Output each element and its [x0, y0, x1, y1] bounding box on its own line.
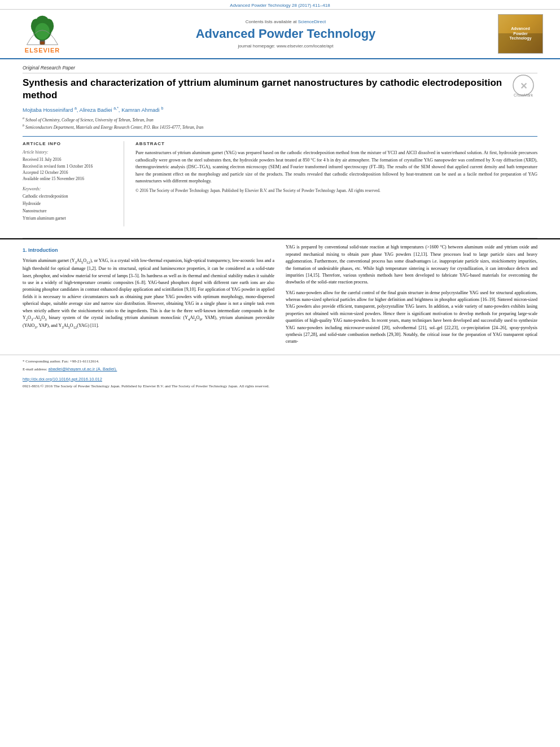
intro-para-3: YAG nano-powders allow for the careful c… — [286, 290, 537, 346]
svg-text:CrossMark: CrossMark — [514, 93, 533, 97]
affiliation-1: a School of Chemistry, College of Scienc… — [23, 116, 537, 123]
keyword-2: Hydroxide — [23, 200, 117, 208]
elsevier-logo-area: ELSEVIER — [11, 15, 73, 54]
accepted-date: Accepted 12 October 2016 — [23, 169, 117, 176]
journal-title-area: Contents lists available at ScienceDirec… — [73, 19, 498, 49]
abstract-panel: ABSTRACT Pure nanostructures of yttrium … — [135, 141, 537, 226]
author-email-link[interactable]: abadiei@khayam.ut.ac.ir (A. Badiei). — [49, 366, 117, 372]
author-2: Alireza Badiei a,*, — [80, 107, 122, 113]
footer-copyright: 0921-8831/© 2016 The Society of Powder T… — [23, 384, 537, 388]
keywords-label: Keywords: — [23, 186, 117, 191]
authors-line: Mojtaba Hosseinifard a, Alireza Badiei a… — [23, 106, 537, 113]
abstract-copyright: © 2016 The Society of Powder Technology … — [135, 188, 537, 194]
keyword-3: Nanostructure — [23, 208, 117, 215]
keyword-1: Cathodic electrodeposition — [23, 193, 117, 200]
journal-cover: AdvancedPowderTechnology — [498, 14, 543, 54]
abstract-text: Pure nanostructures of yttrium aluminum … — [135, 150, 537, 185]
affiliation-2: b Semiconductors Department, Materials a… — [23, 123, 537, 130]
cover-title: AdvancedPowderTechnology — [510, 27, 532, 41]
elsevier-tree-icon — [20, 15, 65, 46]
keywords-section: Keywords: Cathodic electrodeposition Hyd… — [23, 186, 117, 222]
article-info-panel: ARTICLE INFO Article history: Received 3… — [23, 141, 124, 226]
author-1: Mojtaba Hosseinifard a, — [23, 107, 80, 113]
intro-heading: 1. Introduction — [23, 247, 274, 255]
body-content: 1. Introduction Yttrium aluminum garnet … — [0, 238, 560, 348]
article-info-title: ARTICLE INFO — [23, 141, 117, 146]
info-abstract-area: ARTICLE INFO Article history: Received 3… — [23, 136, 537, 226]
corresponding-author-note: * Corresponding author. Fax: +98-21-6111… — [23, 359, 537, 365]
email-note: E-mail address: abadiei@khayam.ut.ac.ir … — [23, 366, 537, 373]
available-date: Available online 15 November 2016 — [23, 176, 117, 182]
elsevier-label: ELSEVIER — [25, 47, 60, 54]
abstract-title: ABSTRACT — [135, 141, 537, 146]
top-bar: Advanced Powder Technology 28 (2017) 411… — [0, 0, 560, 10]
footer: * Corresponding author. Fax: +98-21-6111… — [0, 355, 560, 388]
body-left-column: 1. Introduction Yttrium aluminum garnet … — [23, 244, 274, 348]
page: Advanced Powder Technology 28 (2017) 411… — [0, 0, 560, 747]
svg-rect-6 — [40, 41, 44, 45]
article-content: Original Research Paper Synthesis and ch… — [0, 59, 560, 238]
affiliations: a School of Chemistry, College of Scienc… — [23, 116, 537, 130]
svg-point-5 — [35, 23, 50, 39]
sciencedirect-link[interactable]: ScienceDirect — [298, 19, 326, 24]
crossmark-area: ✕ CrossMark — [509, 74, 537, 101]
crossmark-icon: ✕ CrossMark — [509, 74, 537, 99]
article-title-area: Synthesis and characterization of yttriu… — [23, 77, 537, 102]
author-3: Kamran Ahmadi b — [121, 107, 163, 113]
intro-para-1: Yttrium aluminum garnet (Y3Al5O12), or Y… — [23, 257, 274, 330]
journal-header: ELSEVIER Contents lists available at Sci… — [0, 10, 560, 59]
elsevier-logo: ELSEVIER — [11, 15, 73, 54]
article-type: Original Research Paper — [23, 65, 537, 73]
article-history: Article history: Received 31 July 2016 R… — [23, 150, 117, 182]
journal-cover-area: AdvancedPowderTechnology — [498, 14, 549, 54]
keyword-4: Yttrium aluminum garnet — [23, 215, 117, 222]
received-date: Received 31 July 2016 — [23, 156, 117, 163]
journal-homepage: journal homepage: www.elsevier.com/locat… — [73, 43, 498, 49]
sciencedirect-line: Contents lists available at ScienceDirec… — [73, 19, 498, 24]
body-right-column: YAG is prepared by conventional solid-st… — [286, 244, 537, 348]
journal-title: Advanced Powder Technology — [73, 27, 498, 41]
received-revised-date: Received in revised form 1 October 2016 — [23, 163, 117, 169]
svg-text:✕: ✕ — [520, 81, 527, 91]
doi-link[interactable]: http://dx.doi.org/10.1016/j.apt.2016.10.… — [23, 377, 102, 382]
article-title: Synthesis and characterization of yttriu… — [23, 77, 537, 102]
intro-para-2: YAG is prepared by conventional solid-st… — [286, 244, 537, 286]
journal-volume-info: Advanced Powder Technology 28 (2017) 411… — [230, 3, 330, 8]
keyword-list: Cathodic electrodeposition Hydroxide Nan… — [23, 193, 117, 222]
history-label: Article history: — [23, 150, 117, 155]
